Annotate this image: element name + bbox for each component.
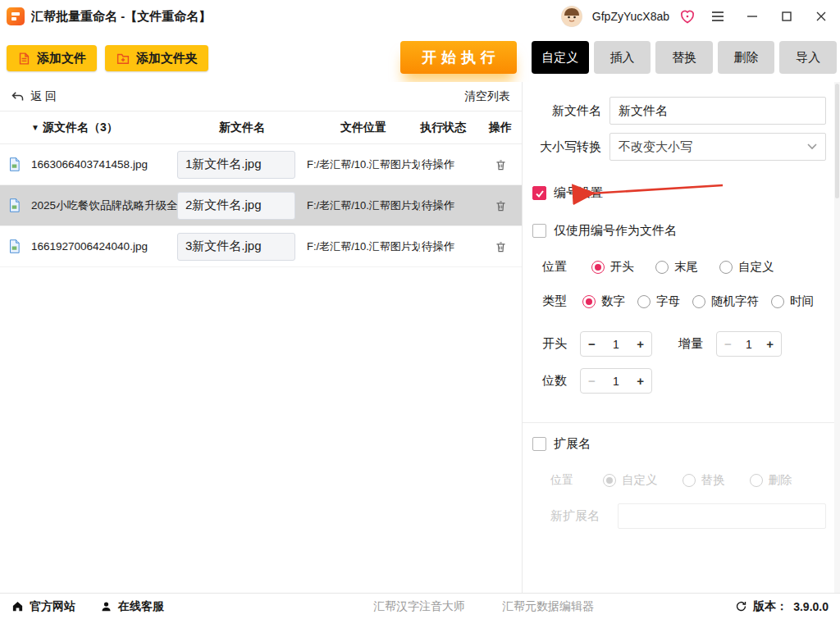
- menu-button[interactable]: [705, 5, 730, 28]
- only-number-checkbox[interactable]: [532, 224, 546, 238]
- digits-row: 位数 − 1 +: [542, 368, 826, 394]
- close-button[interactable]: [809, 5, 833, 28]
- header-status: 执行状态: [420, 121, 479, 135]
- increment-button[interactable]: +: [637, 374, 644, 388]
- app-title: 汇帮批量重命名 -【文件重命名】: [31, 9, 211, 25]
- digits-label: 位数: [542, 373, 570, 389]
- file-icon: [8, 239, 31, 253]
- back-button[interactable]: 返 回: [11, 89, 57, 104]
- type-option-number[interactable]: 数字: [582, 294, 625, 309]
- check-icon: [535, 189, 545, 198]
- increment-button[interactable]: +: [766, 337, 774, 351]
- start-number-value: 1: [613, 338, 619, 351]
- list-header: ▼ 源文件名（3） 新文件名 文件位置 执行状态 操作: [0, 112, 522, 144]
- refresh-icon[interactable]: [735, 600, 747, 612]
- extension-checkbox[interactable]: [532, 437, 546, 451]
- increment-value: 1: [746, 338, 752, 351]
- panel-scrollbar[interactable]: [834, 82, 840, 593]
- table-row[interactable]: 1661927006424040.jpg F:/老汇帮/10.汇帮图片划 待操作: [0, 226, 522, 267]
- header-action: 操作: [479, 121, 522, 135]
- increment-button[interactable]: +: [637, 337, 644, 351]
- extension-option-delete: 删除: [750, 472, 792, 488]
- username[interactable]: GfpZyYucX8ab: [592, 10, 669, 23]
- product-link-metadata[interactable]: 汇帮元数据编辑器: [502, 599, 594, 614]
- new-filename-cell: [177, 192, 307, 220]
- extension-position-label: 位置: [550, 473, 578, 488]
- numbering-label: 编号设置: [554, 185, 603, 201]
- radio-icon: [655, 261, 669, 274]
- delete-row-button[interactable]: [495, 240, 507, 253]
- new-name-row: 新文件名: [532, 97, 826, 125]
- radio-icon: [692, 295, 705, 308]
- digits-stepper: − 1 +: [580, 368, 652, 394]
- new-filename-input[interactable]: [177, 192, 295, 220]
- tab-import[interactable]: 导入: [779, 41, 837, 74]
- digits-value: 1: [613, 375, 619, 388]
- source-filename: 1663066403741458.jpg: [31, 158, 177, 171]
- add-folder-button[interactable]: 添加文件夹: [105, 45, 208, 71]
- position-option-start[interactable]: 开头: [591, 259, 634, 275]
- product-link-pinyin[interactable]: 汇帮汉字注音大师: [373, 599, 465, 614]
- new-name-input[interactable]: [609, 97, 826, 125]
- online-support-link[interactable]: 在线客服: [100, 599, 164, 614]
- clear-list-button[interactable]: 清空列表: [464, 89, 510, 104]
- delete-row-button[interactable]: [495, 158, 507, 171]
- extension-position-row: 位置 自定义 替换 删除: [550, 472, 826, 488]
- back-label: 返 回: [30, 89, 57, 104]
- close-icon: [816, 11, 826, 21]
- minimize-button[interactable]: [740, 5, 765, 28]
- rename-mode-tabs: 自定义 插入 替换 删除 导入: [532, 41, 837, 74]
- type-option-time[interactable]: 时间: [771, 294, 814, 309]
- start-increment-row: 开头 − 1 + 增量 − 1 +: [542, 331, 826, 357]
- case-convert-select[interactable]: 不改变大小写: [609, 133, 826, 161]
- trash-icon: [495, 199, 507, 212]
- extension-option-custom: 自定义: [603, 472, 658, 488]
- file-icon: [8, 157, 31, 171]
- version-value: 3.9.0.0: [793, 600, 829, 613]
- new-filename-input[interactable]: [177, 233, 295, 261]
- scrollbar-thumb[interactable]: [835, 84, 839, 198]
- radio-icon: [771, 295, 784, 308]
- delete-row-button[interactable]: [495, 199, 507, 212]
- trash-icon: [495, 240, 507, 253]
- tab-delete[interactable]: 删除: [718, 41, 775, 74]
- extension-label: 扩展名: [554, 436, 591, 452]
- official-website-link[interactable]: 官方网站: [11, 599, 75, 614]
- tab-insert[interactable]: 插入: [594, 41, 651, 74]
- table-row[interactable]: 1663066403741458.jpg F:/老汇帮/10.汇帮图片划 待操作: [0, 144, 522, 185]
- radio-icon: [750, 474, 763, 487]
- type-label: 类型: [542, 294, 570, 309]
- house-icon: [11, 600, 24, 612]
- add-file-button[interactable]: 添加文件: [7, 45, 97, 71]
- vip-heart-icon[interactable]: [679, 8, 696, 25]
- case-convert-value: 不改变大小写: [619, 139, 692, 155]
- start-execute-button[interactable]: 开始执行: [400, 41, 517, 74]
- position-label: 位置: [542, 259, 570, 275]
- extension-checkbox-row[interactable]: 扩展名: [532, 436, 826, 452]
- add-folder-label: 添加文件夹: [136, 51, 198, 66]
- file-list-pane: 返 回 清空列表 ▼ 源文件名（3） 新文件名 文件位置 执行状态 操作 166…: [0, 82, 522, 593]
- avatar[interactable]: [561, 6, 582, 27]
- position-option-custom[interactable]: 自定义: [719, 259, 774, 275]
- numbering-checkbox-row[interactable]: 编号设置: [532, 185, 826, 201]
- section-divider: [523, 422, 834, 423]
- tab-replace[interactable]: 替换: [655, 41, 713, 74]
- tab-custom[interactable]: 自定义: [532, 41, 589, 74]
- table-row[interactable]: 2025小吃餐饮品牌战略升级全案 F:/老汇帮/10.汇帮图片划 待操作: [0, 185, 522, 226]
- numbering-checkbox[interactable]: [532, 186, 546, 200]
- maximize-button[interactable]: [774, 5, 799, 28]
- product-links: 汇帮汉字注音大师 汇帮元数据编辑器: [373, 599, 594, 614]
- decrement-button[interactable]: −: [588, 337, 596, 351]
- header-source-filename[interactable]: ▼ 源文件名（3）: [31, 121, 177, 135]
- titlebar: 汇帮批量重命名 -【文件重命名】 GfpZyYucX8ab: [0, 0, 840, 33]
- only-number-checkbox-row[interactable]: 仅使用编号作为文件名: [532, 223, 826, 239]
- type-option-letter[interactable]: 字母: [637, 294, 680, 309]
- case-convert-label: 大小写转换: [532, 139, 601, 155]
- execution-status: 待操作: [420, 198, 479, 213]
- only-number-label: 仅使用编号作为文件名: [554, 223, 677, 239]
- type-option-random[interactable]: 随机字符: [692, 294, 759, 309]
- position-option-end[interactable]: 末尾: [655, 259, 698, 275]
- position-radio-row: 位置 开头 末尾 自定义: [542, 259, 826, 275]
- new-filename-input[interactable]: [177, 151, 295, 179]
- list-toolbar: 返 回 清空列表: [0, 82, 522, 112]
